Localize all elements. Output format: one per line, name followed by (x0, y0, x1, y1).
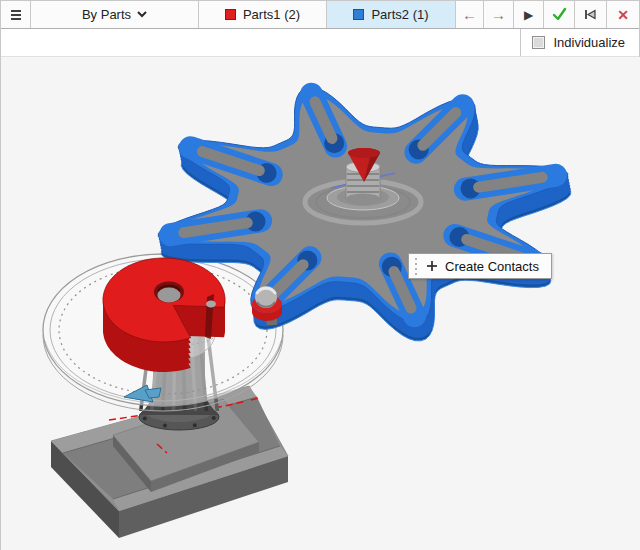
play-button[interactable]: ▶ (514, 1, 544, 28)
tab-parts1-label: Parts1 (2) (243, 7, 300, 22)
parts2-color-swatch (353, 9, 364, 20)
individualize-label: Individualize (553, 35, 625, 50)
group-mode-dropdown[interactable]: By Parts (31, 1, 199, 28)
chevron-down-icon (137, 11, 147, 18)
green-check-icon (551, 7, 568, 22)
geneva-mechanism-scene (1, 57, 640, 550)
apply-button[interactable] (544, 1, 575, 28)
options-bar-spacer (1, 29, 520, 56)
tab-parts2[interactable]: Parts2 (1) (327, 1, 456, 28)
arrow-right-icon: → (491, 7, 506, 22)
individualize-option: Individualize (520, 29, 639, 56)
skip-to-start-button[interactable] (575, 1, 607, 28)
individualize-checkbox[interactable] (532, 36, 545, 49)
plus-icon (426, 260, 438, 272)
skip-to-start-icon (583, 7, 598, 22)
toolbar: By Parts Parts1 (2) Parts2 (1) ← → ▶ (1, 1, 639, 29)
options-bar: Individualize (1, 29, 639, 57)
play-icon: ▶ (524, 9, 533, 21)
create-contacts-button[interactable]: Create Contacts (408, 253, 552, 279)
application-window: By Parts Parts1 (2) Parts2 (1) ← → ▶ (0, 0, 640, 550)
red-x-icon: ✕ (617, 8, 629, 22)
3d-viewport[interactable]: Create Contacts (1, 57, 640, 550)
create-contacts-label: Create Contacts (445, 259, 539, 274)
next-button[interactable]: → (484, 1, 514, 28)
tab-parts1[interactable]: Parts1 (2) (199, 1, 327, 28)
group-mode-label: By Parts (82, 7, 131, 22)
menu-button[interactable] (1, 1, 31, 28)
arrow-left-icon: ← (462, 7, 477, 22)
previous-button[interactable]: ← (456, 1, 484, 28)
vertical-drag-dots-icon (415, 258, 417, 275)
tab-parts2-label: Parts2 (1) (371, 7, 428, 22)
hamburger-icon (11, 10, 21, 20)
parts1-color-swatch (225, 9, 236, 20)
close-button[interactable]: ✕ (607, 1, 639, 28)
